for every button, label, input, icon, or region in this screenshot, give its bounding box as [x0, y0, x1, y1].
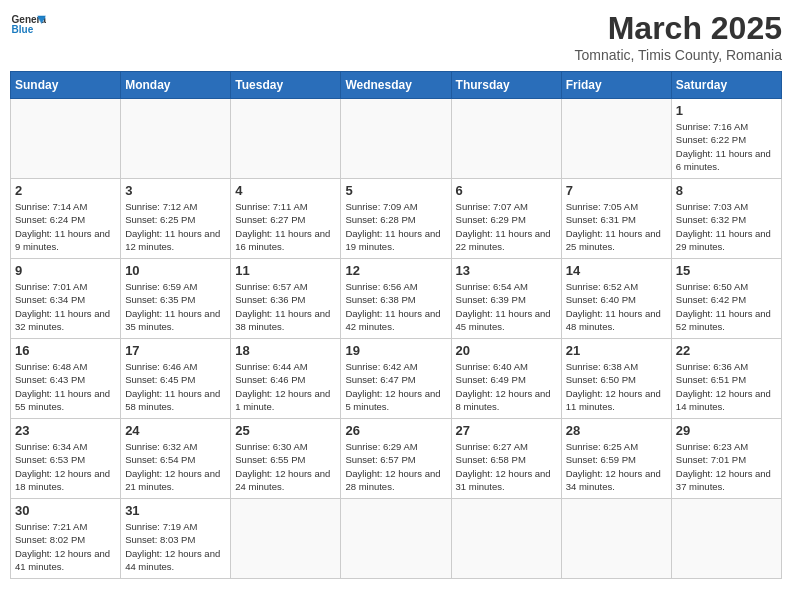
day-info: Sunrise: 7:14 AM Sunset: 6:24 PM Dayligh…	[15, 200, 116, 253]
day-number: 23	[15, 423, 116, 438]
day-number: 13	[456, 263, 557, 278]
calendar-cell: 4Sunrise: 7:11 AM Sunset: 6:27 PM Daylig…	[231, 179, 341, 259]
calendar-cell: 19Sunrise: 6:42 AM Sunset: 6:47 PM Dayli…	[341, 339, 451, 419]
day-info: Sunrise: 6:46 AM Sunset: 6:45 PM Dayligh…	[125, 360, 226, 413]
day-number: 6	[456, 183, 557, 198]
calendar-cell	[121, 99, 231, 179]
day-number: 7	[566, 183, 667, 198]
calendar-cell: 7Sunrise: 7:05 AM Sunset: 6:31 PM Daylig…	[561, 179, 671, 259]
day-number: 12	[345, 263, 446, 278]
day-number: 8	[676, 183, 777, 198]
calendar-cell: 28Sunrise: 6:25 AM Sunset: 6:59 PM Dayli…	[561, 419, 671, 499]
day-info: Sunrise: 6:29 AM Sunset: 6:57 PM Dayligh…	[345, 440, 446, 493]
calendar-cell	[671, 499, 781, 579]
day-info: Sunrise: 7:12 AM Sunset: 6:25 PM Dayligh…	[125, 200, 226, 253]
day-header-tuesday: Tuesday	[231, 72, 341, 99]
day-number: 16	[15, 343, 116, 358]
day-info: Sunrise: 6:59 AM Sunset: 6:35 PM Dayligh…	[125, 280, 226, 333]
day-number: 28	[566, 423, 667, 438]
calendar-cell: 22Sunrise: 6:36 AM Sunset: 6:51 PM Dayli…	[671, 339, 781, 419]
calendar-cell: 17Sunrise: 6:46 AM Sunset: 6:45 PM Dayli…	[121, 339, 231, 419]
day-info: Sunrise: 7:05 AM Sunset: 6:31 PM Dayligh…	[566, 200, 667, 253]
calendar-week-3: 9Sunrise: 7:01 AM Sunset: 6:34 PM Daylig…	[11, 259, 782, 339]
day-number: 10	[125, 263, 226, 278]
day-info: Sunrise: 6:32 AM Sunset: 6:54 PM Dayligh…	[125, 440, 226, 493]
day-number: 22	[676, 343, 777, 358]
day-info: Sunrise: 7:03 AM Sunset: 6:32 PM Dayligh…	[676, 200, 777, 253]
calendar-cell: 14Sunrise: 6:52 AM Sunset: 6:40 PM Dayli…	[561, 259, 671, 339]
day-number: 17	[125, 343, 226, 358]
day-info: Sunrise: 6:27 AM Sunset: 6:58 PM Dayligh…	[456, 440, 557, 493]
calendar-cell: 16Sunrise: 6:48 AM Sunset: 6:43 PM Dayli…	[11, 339, 121, 419]
month-year: March 2025	[575, 10, 782, 47]
day-number: 19	[345, 343, 446, 358]
day-number: 24	[125, 423, 226, 438]
calendar-cell: 6Sunrise: 7:07 AM Sunset: 6:29 PM Daylig…	[451, 179, 561, 259]
day-info: Sunrise: 6:38 AM Sunset: 6:50 PM Dayligh…	[566, 360, 667, 413]
day-header-saturday: Saturday	[671, 72, 781, 99]
day-number: 2	[15, 183, 116, 198]
day-info: Sunrise: 6:36 AM Sunset: 6:51 PM Dayligh…	[676, 360, 777, 413]
day-number: 27	[456, 423, 557, 438]
day-number: 5	[345, 183, 446, 198]
day-info: Sunrise: 6:34 AM Sunset: 6:53 PM Dayligh…	[15, 440, 116, 493]
day-header-monday: Monday	[121, 72, 231, 99]
calendar-cell: 23Sunrise: 6:34 AM Sunset: 6:53 PM Dayli…	[11, 419, 121, 499]
calendar-week-6: 30Sunrise: 7:21 AM Sunset: 8:02 PM Dayli…	[11, 499, 782, 579]
calendar-cell: 30Sunrise: 7:21 AM Sunset: 8:02 PM Dayli…	[11, 499, 121, 579]
svg-text:Blue: Blue	[12, 24, 34, 35]
calendar-cell: 1Sunrise: 7:16 AM Sunset: 6:22 PM Daylig…	[671, 99, 781, 179]
calendar-cell: 20Sunrise: 6:40 AM Sunset: 6:49 PM Dayli…	[451, 339, 561, 419]
day-number: 21	[566, 343, 667, 358]
subtitle: Tomnatic, Timis County, Romania	[575, 47, 782, 63]
day-info: Sunrise: 7:07 AM Sunset: 6:29 PM Dayligh…	[456, 200, 557, 253]
day-info: Sunrise: 6:30 AM Sunset: 6:55 PM Dayligh…	[235, 440, 336, 493]
day-info: Sunrise: 7:01 AM Sunset: 6:34 PM Dayligh…	[15, 280, 116, 333]
day-info: Sunrise: 6:52 AM Sunset: 6:40 PM Dayligh…	[566, 280, 667, 333]
calendar-cell: 25Sunrise: 6:30 AM Sunset: 6:55 PM Dayli…	[231, 419, 341, 499]
day-header-wednesday: Wednesday	[341, 72, 451, 99]
calendar-cell: 5Sunrise: 7:09 AM Sunset: 6:28 PM Daylig…	[341, 179, 451, 259]
day-number: 31	[125, 503, 226, 518]
day-info: Sunrise: 7:09 AM Sunset: 6:28 PM Dayligh…	[345, 200, 446, 253]
day-number: 4	[235, 183, 336, 198]
logo: General Blue	[10, 10, 46, 40]
day-info: Sunrise: 6:56 AM Sunset: 6:38 PM Dayligh…	[345, 280, 446, 333]
calendar-cell: 9Sunrise: 7:01 AM Sunset: 6:34 PM Daylig…	[11, 259, 121, 339]
day-number: 15	[676, 263, 777, 278]
calendar-cell: 3Sunrise: 7:12 AM Sunset: 6:25 PM Daylig…	[121, 179, 231, 259]
calendar-cell: 21Sunrise: 6:38 AM Sunset: 6:50 PM Dayli…	[561, 339, 671, 419]
calendar-cell: 10Sunrise: 6:59 AM Sunset: 6:35 PM Dayli…	[121, 259, 231, 339]
calendar-cell: 29Sunrise: 6:23 AM Sunset: 7:01 PM Dayli…	[671, 419, 781, 499]
day-header-thursday: Thursday	[451, 72, 561, 99]
day-info: Sunrise: 6:42 AM Sunset: 6:47 PM Dayligh…	[345, 360, 446, 413]
calendar-cell: 12Sunrise: 6:56 AM Sunset: 6:38 PM Dayli…	[341, 259, 451, 339]
day-header-friday: Friday	[561, 72, 671, 99]
calendar-cell	[231, 499, 341, 579]
day-number: 11	[235, 263, 336, 278]
day-number: 3	[125, 183, 226, 198]
calendar-cell: 13Sunrise: 6:54 AM Sunset: 6:39 PM Dayli…	[451, 259, 561, 339]
calendar-cell	[11, 99, 121, 179]
calendar-cell: 2Sunrise: 7:14 AM Sunset: 6:24 PM Daylig…	[11, 179, 121, 259]
day-number: 20	[456, 343, 557, 358]
calendar-cell: 27Sunrise: 6:27 AM Sunset: 6:58 PM Dayli…	[451, 419, 561, 499]
day-info: Sunrise: 6:23 AM Sunset: 7:01 PM Dayligh…	[676, 440, 777, 493]
calendar-cell	[451, 99, 561, 179]
calendar-cell: 26Sunrise: 6:29 AM Sunset: 6:57 PM Dayli…	[341, 419, 451, 499]
calendar-cell: 11Sunrise: 6:57 AM Sunset: 6:36 PM Dayli…	[231, 259, 341, 339]
day-number: 14	[566, 263, 667, 278]
calendar-cell: 31Sunrise: 7:19 AM Sunset: 8:03 PM Dayli…	[121, 499, 231, 579]
calendar-cell	[341, 99, 451, 179]
calendar-cell	[451, 499, 561, 579]
calendar-cell	[341, 499, 451, 579]
day-number: 26	[345, 423, 446, 438]
calendar-week-4: 16Sunrise: 6:48 AM Sunset: 6:43 PM Dayli…	[11, 339, 782, 419]
day-info: Sunrise: 7:16 AM Sunset: 6:22 PM Dayligh…	[676, 120, 777, 173]
day-info: Sunrise: 7:11 AM Sunset: 6:27 PM Dayligh…	[235, 200, 336, 253]
day-number: 25	[235, 423, 336, 438]
calendar-cell: 18Sunrise: 6:44 AM Sunset: 6:46 PM Dayli…	[231, 339, 341, 419]
day-info: Sunrise: 6:40 AM Sunset: 6:49 PM Dayligh…	[456, 360, 557, 413]
day-info: Sunrise: 7:19 AM Sunset: 8:03 PM Dayligh…	[125, 520, 226, 573]
day-info: Sunrise: 6:50 AM Sunset: 6:42 PM Dayligh…	[676, 280, 777, 333]
